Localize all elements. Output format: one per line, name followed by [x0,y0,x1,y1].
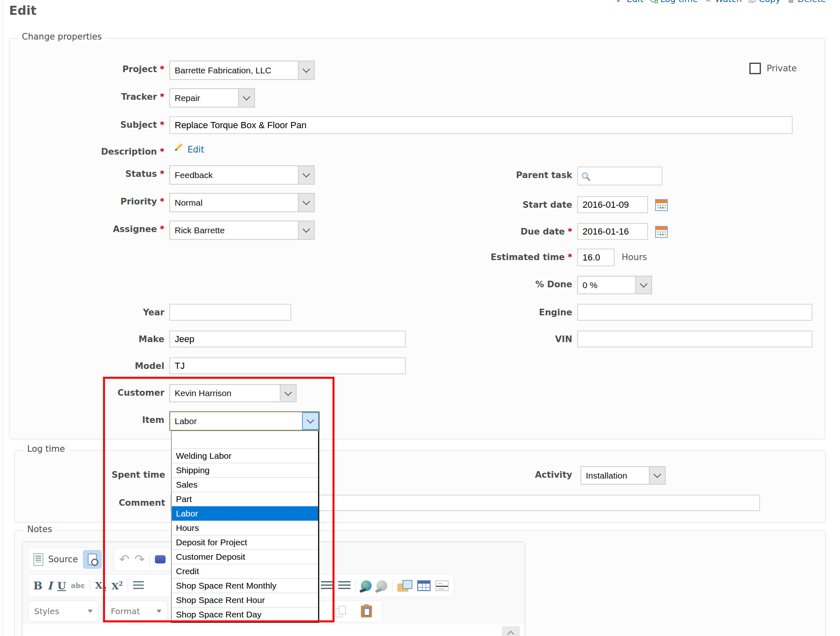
model-label: Model [16,361,164,371]
strikethrough-button[interactable]: abc [71,582,85,590]
due-date-input[interactable]: 2016-01-16 [577,223,648,240]
subject-input[interactable]: Replace Torque Box & Floor Pan [169,116,793,134]
undo-button[interactable]: ↶ [119,553,129,566]
numbered-list-button[interactable] [133,581,144,590]
description-edit-link[interactable]: Edit [187,145,204,155]
status-label: Status* [16,169,164,179]
underline-icon: U [57,580,66,592]
unlink-icon [377,580,387,591]
project-select[interactable]: Barrette Fabrication, LLC [169,61,315,80]
subscript-button[interactable]: X2 [95,580,107,592]
chevron-down-icon [157,610,161,613]
copy-icon [748,0,757,4]
item-select[interactable]: Labor [169,411,320,431]
copy-icon [335,605,346,617]
assignee-label: Assignee* [16,224,164,234]
calendar-icon[interactable] [655,198,668,211]
parent-task-input[interactable] [577,167,662,185]
dropdown-option[interactable]: Welding Labor [172,448,318,463]
dropdown-option[interactable]: Shop Space Rent Hour [172,593,318,607]
dropdown-option-selected[interactable]: Labor [172,506,318,521]
start-date-input[interactable]: 2016-01-09 [577,196,648,213]
tracker-label: Tracker* [16,92,164,102]
dropdown-option[interactable] [172,431,318,448]
tracker-select[interactable]: Repair [169,88,255,108]
dropdown-option[interactable]: Hours [172,521,318,535]
percent-done-select[interactable]: 0 % [577,276,652,294]
dropdown-option[interactable]: Customer Deposit [172,549,318,564]
private-label: Private [767,63,797,73]
dropdown-option[interactable]: Credit [172,564,318,578]
toolbar-separator [150,553,150,566]
make-input[interactable]: Jeep [169,331,406,347]
copy-button[interactable] [335,605,346,617]
watch-link[interactable]: Watch [704,0,742,4]
private-checkbox[interactable] [749,63,761,74]
priority-select[interactable]: Normal [169,193,315,212]
horizontal-rule-button[interactable] [435,580,449,591]
image-button[interactable] [398,580,412,591]
vin-input[interactable] [577,331,812,347]
preview-icon [88,554,97,565]
year-input[interactable] [169,304,291,321]
italic-button[interactable]: I [47,580,52,592]
editor-content-area[interactable] [22,624,525,636]
estimated-time-label: Estimated time* [424,252,572,262]
priority-label: Priority* [16,197,164,207]
star-icon [704,0,713,4]
engine-label: Engine [424,307,572,317]
source-button-label: Source [48,554,78,564]
redo-button[interactable]: ↷ [134,553,145,566]
paste-button[interactable] [361,605,372,617]
assignee-select[interactable]: Rick Barrette [169,221,315,240]
superscript-button[interactable]: X2 [111,580,123,591]
chevron-down-icon [298,194,314,211]
dropdown-option[interactable]: Shop Space Rent Monthly [172,578,318,593]
engine-input[interactable] [577,304,812,321]
image-icon [398,580,412,591]
bold-button[interactable]: B [33,580,42,592]
activity-select[interactable]: Installation [580,466,666,485]
subject-label: Subject* [16,120,164,130]
collapse-toolbar-button[interactable] [502,626,520,636]
format-dropdown[interactable]: Format [105,601,168,622]
horizontal-rule-icon [435,580,449,591]
item-label: Item [16,415,164,425]
find-button[interactable] [155,555,166,563]
calendar-icon[interactable] [655,225,668,238]
estimated-time-input[interactable]: 16.0 [577,249,615,266]
delete-link[interactable]: Delete [786,0,826,4]
required-asterisk: * [160,197,164,207]
outdent-button[interactable] [321,581,333,590]
dropdown-option[interactable]: Sales [172,477,318,492]
dropdown-option[interactable]: Deposit for Project [172,535,318,549]
model-input[interactable]: TJ [169,357,406,374]
due-date-label: Due date* [424,227,572,237]
dropdown-option[interactable]: Shipping [172,463,318,477]
chevron-down-icon [298,166,314,184]
link-button[interactable] [361,580,372,591]
copy-link[interactable]: Copy [748,0,781,4]
numbered-list-icon [133,581,144,590]
status-select[interactable]: Feedback [169,165,315,185]
edit-link[interactable]: Edit [615,0,643,4]
vin-label: VIN [424,334,572,344]
log-time-link[interactable]: Log time [649,0,698,4]
undo-icon: ↶ [119,553,129,566]
styles-dropdown[interactable]: Styles [28,601,99,622]
change-properties-legend: Change properties [18,32,106,42]
dropdown-option[interactable]: Shop Space Rent Day [172,607,318,622]
parent-task-label: Parent task [424,170,572,180]
preview-button[interactable] [83,550,102,569]
unlink-button[interactable] [377,580,387,591]
page-title: Edit [9,3,37,18]
chevron-up-icon [508,631,515,636]
dropdown-option[interactable]: Part [172,492,318,506]
indent-button[interactable] [338,581,351,590]
activity-label: Activity [432,470,572,480]
required-asterisk: * [568,227,572,237]
customer-select[interactable]: Kevin Harrison [169,384,297,402]
table-button[interactable] [417,580,431,591]
underline-button[interactable]: U [57,580,66,592]
source-button[interactable] [33,553,43,566]
